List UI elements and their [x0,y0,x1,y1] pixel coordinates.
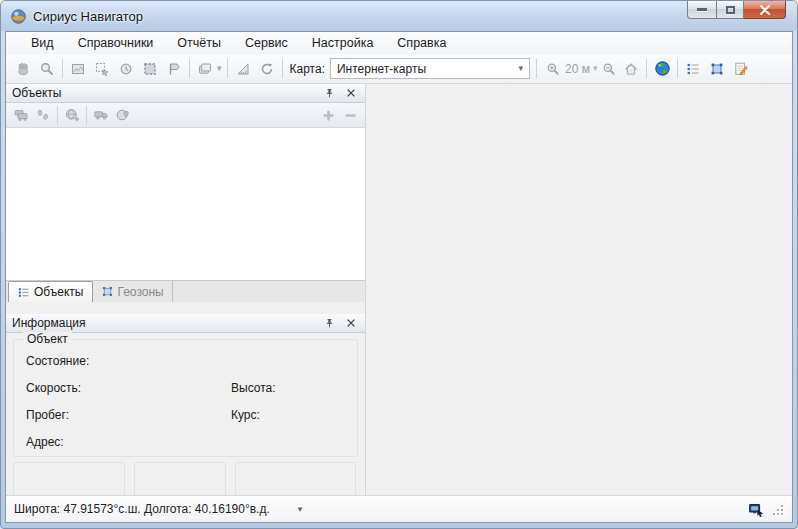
map-image-icon [70,61,86,77]
close-icon [345,87,357,99]
panel-tabbar: Объекты Геозоны [6,281,365,302]
maximize-icon [726,6,735,14]
combobox-caret-icon: ▾ [518,64,529,73]
measure-button[interactable] [231,57,255,80]
titlebar[interactable]: Сириус Навигатор [1,1,797,31]
menu-item-directories[interactable]: Справочники [66,34,166,52]
map-combobox[interactable]: Интернет-карты ▾ [330,58,530,79]
resize-grip[interactable] [771,503,784,516]
home-icon [623,61,639,77]
rotate-button[interactable] [255,57,279,80]
layers-dropdown-caret[interactable]: ▾ [217,64,222,73]
scale-caret-icon: ▾ [593,64,598,73]
notes-button[interactable] [729,57,753,80]
zoom-button[interactable] [35,57,59,80]
window-controls [687,1,786,19]
globe-marker-icon [115,107,131,123]
minimize-icon [697,8,707,11]
zoom-in-button[interactable] [543,57,563,80]
info-panel-body: Объект Состояние: Скорость: Высота: Проб… [6,333,365,495]
scale-dropdown[interactable]: 20 м ▾ [563,62,599,76]
status-bar: Широта: 47.91573°с.ш. Долгота: 40.16190°… [6,495,792,522]
altitude-label: Высота: [231,381,345,395]
objects-close-button[interactable] [343,86,359,101]
pan-hand-icon [15,61,31,77]
history-button[interactable] [114,57,138,80]
home-button[interactable] [619,57,643,80]
tab-geozones-label: Геозоны [118,285,164,299]
objects-list[interactable] [6,128,365,281]
tracks-button[interactable] [32,105,54,126]
menu-bar: Вид Справочники Отчёты Сервис Настройка … [6,32,792,54]
menu-item-service[interactable]: Сервис [233,34,300,52]
toolbar-separator [227,59,228,78]
toolbar-separator [189,59,190,78]
notepad-edit-icon [733,61,749,77]
toolbar-separator [62,59,63,78]
toolbar-separator [57,106,58,125]
tab-objects[interactable]: Объекты [8,281,93,302]
close-button[interactable] [744,1,786,19]
add-object-button[interactable] [317,105,339,126]
object-list-button[interactable] [681,57,705,80]
globe-add-button[interactable] [61,105,83,126]
menu-item-reports[interactable]: Отчёты [165,34,233,52]
tab-objects-label: Объекты [34,285,84,299]
objects-pin-button[interactable] [321,86,337,101]
internet-globe-button[interactable] [650,57,674,80]
main-toolbar: ▾ Карта: Интернет-карты ▾ [6,54,792,84]
remove-object-button[interactable] [339,105,361,126]
tracks-icon [35,107,51,123]
toolbar-separator [282,59,283,78]
coordinates-dropdown-caret[interactable]: ▾ [298,504,303,514]
globe-add-icon [64,107,80,123]
layers-button[interactable] [193,57,217,80]
zoom-in-icon [545,61,561,77]
main-area: Объекты [6,84,792,495]
rotate-icon [259,61,275,77]
menu-item-settings[interactable]: Настройка [300,34,386,52]
vehicle-button[interactable] [90,105,112,126]
info-close-button[interactable] [343,316,359,331]
vehicles-group-button[interactable] [10,105,32,126]
polygon-flag-icon [166,61,182,77]
app-window: Сириус Навигатор Вид Справочники Отчёты … [0,0,798,529]
objects-panel: Объекты [6,84,366,495]
menu-item-help[interactable]: Справка [385,34,458,52]
globe-icon [654,60,671,77]
info-pin-button[interactable] [321,316,337,331]
map-combobox-value: Интернет-карты [337,62,426,76]
object-groupbox: Объект Состояние: Скорость: Высота: Проб… [13,339,358,457]
menu-item-view[interactable]: Вид [19,34,66,52]
clock-icon [118,61,134,77]
zoom-out-button[interactable] [599,57,619,80]
pan-button[interactable] [11,57,35,80]
mileage-label: Пробег: [26,408,231,422]
speed-label: Скорость: [26,381,231,395]
area-select-button[interactable] [138,57,162,80]
close-icon [345,317,357,329]
tab-geozones[interactable]: Геозоны [93,281,173,302]
app-icon [10,8,27,25]
client-area: Вид Справочники Отчёты Сервис Настройка … [5,31,793,523]
address-label: Адрес: [26,435,231,449]
map-canvas[interactable] [366,84,792,495]
panel-splitter[interactable] [6,302,365,314]
close-icon [759,5,771,15]
polygon-select-button[interactable] [162,57,186,80]
state-label: Состояние: [26,354,231,368]
minimize-button[interactable] [687,1,716,19]
toolbar-separator [86,106,87,125]
geofence-button[interactable] [705,57,729,80]
maximize-button[interactable] [716,1,744,19]
select-object-button[interactable] [90,57,114,80]
map-image-button[interactable] [66,57,90,80]
object-groupbox-legend: Объект [23,332,72,346]
toolbar-separator [646,59,647,78]
info-panel-title: Информация [12,316,85,330]
globe-marker-button[interactable] [112,105,134,126]
remove-icon [343,108,358,123]
coordinates-text: Широта: 47.91573°с.ш. Долгота: 40.16190°… [14,502,270,516]
window-title: Сириус Навигатор [33,9,143,24]
geofence-icon [101,285,114,298]
